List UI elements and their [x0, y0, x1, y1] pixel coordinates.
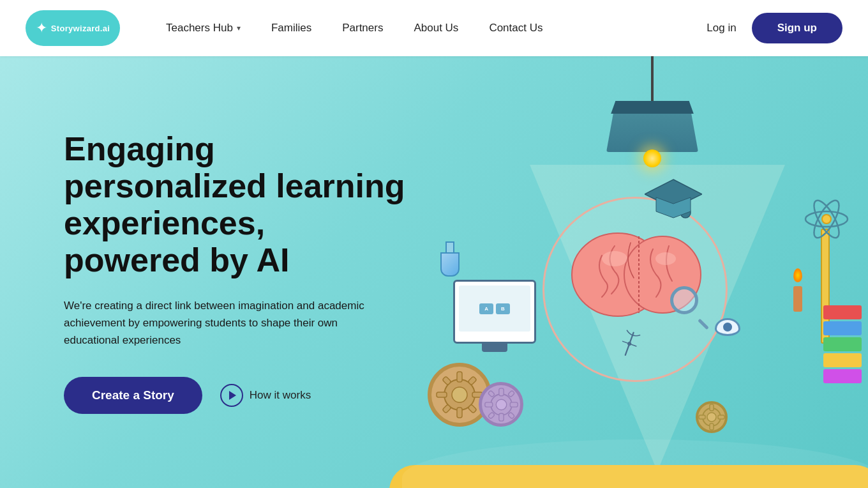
- logo-badge: ✦ Storywizard.ai: [26, 10, 120, 46]
- svg-point-41: [627, 341, 632, 346]
- torch-body: [793, 286, 802, 312]
- logo[interactable]: ✦ Storywizard.ai: [26, 10, 120, 46]
- book-purple: [823, 369, 862, 383]
- svg-point-10: [452, 387, 467, 402]
- play-triangle-icon: [229, 391, 236, 400]
- svg-rect-11: [457, 372, 462, 382]
- chevron-down-icon: ▾: [237, 24, 241, 33]
- svg-rect-21: [498, 388, 503, 395]
- hero-content: Engaging personalized learning experienc…: [0, 130, 408, 415]
- svg-rect-13: [437, 392, 447, 397]
- gear-medium: [479, 382, 523, 427]
- monitor-stand: [482, 342, 507, 352]
- svg-rect-25: [488, 390, 495, 397]
- nav-link-teachers-hub[interactable]: Teachers Hub ▾: [151, 22, 256, 34]
- book-yellow: [823, 353, 862, 367]
- nav-link-families[interactable]: Families: [256, 22, 327, 34]
- logo-text: Storywizard.ai: [51, 24, 110, 33]
- hero-subtitle: We're creating a direct link between ima…: [64, 297, 383, 349]
- navbar: ✦ Storywizard.ai Teachers Hub ▾ Families…: [0, 0, 868, 56]
- nav-actions: Log in Sign up: [707, 13, 842, 43]
- hero-section: Engaging personalized learning experienc…: [0, 56, 868, 488]
- magnifier-glass: [670, 286, 698, 314]
- logo-star-icon: ✦: [36, 21, 47, 35]
- torch: [791, 273, 804, 312]
- atom-icon: [804, 197, 849, 241]
- books-stack: [823, 305, 862, 383]
- nav-links: Teachers Hub ▾ Families Partners About U…: [151, 22, 707, 34]
- hero-actions: Create a Story How it works: [64, 377, 408, 414]
- book-blue: [823, 321, 862, 335]
- monitor: A B: [453, 280, 536, 344]
- svg-point-4: [655, 252, 676, 265]
- svg-point-30: [707, 413, 716, 422]
- svg-rect-31: [710, 404, 714, 411]
- svg-rect-24: [510, 402, 518, 406]
- gear-small: [696, 401, 728, 433]
- svg-rect-28: [507, 411, 514, 418]
- svg-rect-34: [718, 415, 724, 419]
- flask-body: [440, 252, 460, 277]
- signup-button[interactable]: Sign up: [752, 13, 842, 43]
- nav-link-about-us[interactable]: About Us: [398, 22, 474, 34]
- graduation-cap: [645, 176, 702, 221]
- book-red: [823, 305, 862, 319]
- play-icon: [220, 384, 243, 407]
- svg-point-38: [822, 215, 831, 224]
- monitor-btn-a: A: [479, 303, 493, 314]
- nav-link-partners[interactable]: Partners: [327, 22, 398, 34]
- magnifier-icon: [670, 286, 708, 324]
- svg-rect-22: [498, 413, 503, 421]
- book-green: [823, 337, 862, 351]
- svg-rect-12: [457, 408, 462, 418]
- eye-icon: [715, 318, 740, 336]
- hero-illustration: A B: [402, 56, 868, 488]
- bg-wave: [402, 439, 868, 488]
- svg-rect-32: [710, 423, 714, 430]
- how-it-works-button[interactable]: How it works: [220, 384, 311, 407]
- svg-point-3: [602, 251, 627, 266]
- svg-point-20: [496, 399, 507, 410]
- how-it-works-label: How it works: [250, 389, 311, 402]
- svg-rect-33: [699, 415, 705, 419]
- nav-link-contact-us[interactable]: Contact Us: [474, 22, 558, 34]
- lamp-bulb: [643, 149, 661, 167]
- login-button[interactable]: Log in: [707, 22, 736, 34]
- monitor-btn-b: B: [496, 303, 510, 314]
- monitor-screen: A B: [459, 286, 530, 332]
- flask: [440, 241, 460, 277]
- lamp-shade-top: [606, 101, 698, 114]
- torch-flame: [793, 268, 802, 282]
- svg-rect-23: [484, 402, 492, 406]
- eye-pupil: [723, 323, 732, 332]
- svg-rect-26: [507, 390, 514, 397]
- hero-title: Engaging personalized learning experienc…: [64, 130, 408, 279]
- svg-rect-27: [488, 411, 495, 418]
- create-story-button[interactable]: Create a Story: [64, 377, 202, 414]
